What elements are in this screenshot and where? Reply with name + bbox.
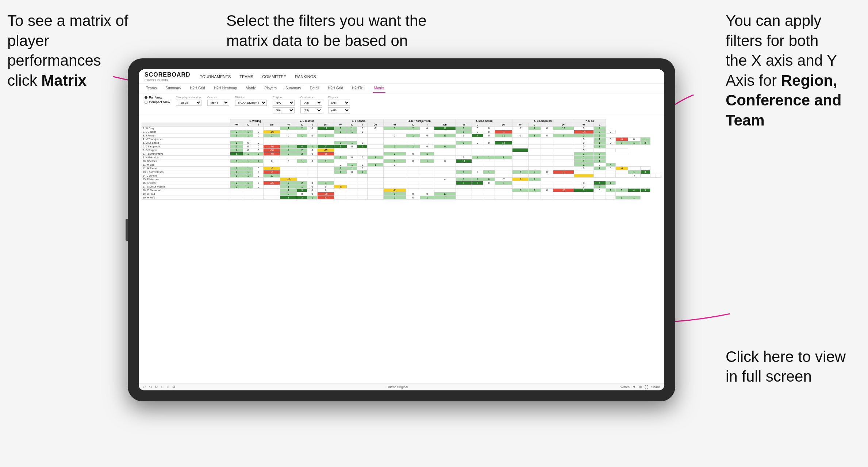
matrix-cell: 4 bbox=[472, 134, 483, 138]
undo-icon[interactable]: ↩ bbox=[143, 385, 146, 389]
col4-w: W bbox=[383, 123, 406, 127]
full-view-radio[interactable]: Full View bbox=[145, 96, 170, 99]
matrix-cell bbox=[347, 174, 357, 178]
refresh-icon[interactable]: ↻ bbox=[155, 385, 158, 389]
matrix-cell bbox=[553, 181, 574, 185]
subnav-summary2[interactable]: Summary bbox=[284, 84, 303, 93]
annotation-line2: player performances bbox=[7, 32, 101, 69]
matrix-cell: 0 bbox=[406, 196, 420, 200]
matrix-cell bbox=[553, 167, 574, 170]
matrix-cell: 1 bbox=[334, 156, 347, 159]
settings-icon[interactable]: ⚙ bbox=[172, 385, 176, 389]
matrix-cell bbox=[615, 148, 628, 152]
subnav-matrix-active[interactable]: Matrix bbox=[373, 84, 385, 93]
matrix-cell: 0 bbox=[574, 127, 594, 130]
region-select[interactable]: N/A bbox=[273, 100, 295, 106]
matrix-cell bbox=[615, 192, 628, 196]
max-players-select[interactable]: Top 25 bbox=[176, 100, 201, 106]
matrix-cell bbox=[528, 192, 541, 196]
matrix-cell: 0 bbox=[347, 145, 357, 148]
players-select[interactable]: (All) bbox=[328, 100, 350, 106]
division-select[interactable]: NCAA Division I bbox=[235, 100, 267, 106]
nav-tournaments[interactable]: TOURNAMENTS bbox=[199, 73, 232, 80]
matrix-cell: 1 bbox=[594, 167, 606, 170]
matrix-cell: 1 bbox=[347, 127, 357, 130]
matrix-cell: 1 bbox=[420, 196, 434, 200]
nav-teams[interactable]: TEAMS bbox=[239, 73, 254, 80]
matrix-cell: 1 bbox=[230, 134, 243, 138]
matrix-cell bbox=[420, 138, 434, 141]
player-name-cell: 1. W Ding bbox=[142, 127, 230, 130]
conference-select[interactable]: (All) bbox=[300, 100, 322, 106]
matrix-cell bbox=[420, 163, 434, 167]
subnav-teams[interactable]: Teams bbox=[145, 84, 158, 93]
grid-icon[interactable]: ⊞ bbox=[639, 385, 642, 389]
subnav-h2h-heatmap[interactable]: H2H Heatmap bbox=[212, 84, 238, 93]
matrix-cell: -24 bbox=[574, 130, 594, 134]
matrix-cell bbox=[406, 189, 420, 192]
share-label[interactable]: Share bbox=[651, 385, 660, 389]
matrix-cell bbox=[574, 174, 594, 178]
matrix-cell: 1 bbox=[334, 141, 347, 145]
matrix-cell bbox=[456, 145, 472, 148]
app-subtitle: Powered by clippd bbox=[145, 78, 191, 81]
matrix-cell bbox=[495, 170, 512, 174]
subnav-summary[interactable]: Summary bbox=[164, 84, 183, 93]
matrix-cell bbox=[406, 141, 420, 145]
matrix-cell: 0 bbox=[253, 130, 264, 134]
fullscreen-icon[interactable]: ⛶ bbox=[645, 385, 648, 389]
annotation-center-line2: matrix data to be based on bbox=[226, 32, 408, 49]
matrix-cell bbox=[606, 192, 615, 196]
matrix-cell: 2 bbox=[297, 181, 307, 185]
matrix-cell: 0 bbox=[420, 127, 434, 130]
matrix-cell bbox=[347, 192, 357, 196]
table-row: 11. M Ege01010104 bbox=[142, 163, 661, 167]
compact-view-radio[interactable]: Compact View bbox=[145, 100, 170, 104]
matrix-cell: 0 bbox=[357, 156, 368, 159]
matrix-cell: 1 bbox=[230, 174, 243, 178]
subnav-h2h-grid2[interactable]: H2H Grid bbox=[326, 84, 345, 93]
matrix-cell: 0 bbox=[483, 130, 495, 134]
matrix-cell: 2 bbox=[594, 152, 606, 156]
col3-w: W bbox=[334, 123, 347, 127]
watch-label[interactable]: Watch bbox=[621, 385, 630, 389]
matrix-cell: 1 bbox=[307, 196, 318, 200]
matrix-cell bbox=[541, 156, 553, 159]
region-select2[interactable]: N/A bbox=[273, 107, 295, 113]
matrix-cell: 1 bbox=[594, 145, 606, 148]
zoom-in-icon[interactable]: ⊕ bbox=[166, 385, 169, 389]
matrix-cell bbox=[650, 174, 656, 178]
matrix-cell: 0 bbox=[347, 170, 357, 174]
redo-icon[interactable]: ↪ bbox=[149, 385, 152, 389]
subnav-h2h-grid[interactable]: H2H Grid bbox=[188, 84, 207, 93]
subnav-players[interactable]: Players bbox=[263, 84, 278, 93]
gender-label: Gender bbox=[207, 96, 229, 99]
table-row: 13. J Skov Olesen110-3101101220-113 bbox=[142, 170, 661, 174]
subnav-h2htr[interactable]: H2HTr... bbox=[350, 84, 367, 93]
matrix-cell: 0 bbox=[472, 127, 483, 130]
matrix-cell bbox=[574, 196, 594, 200]
matrix-cell bbox=[368, 141, 383, 145]
conference-select2[interactable]: (All) bbox=[300, 107, 322, 113]
matrix-cell bbox=[420, 181, 434, 185]
matrix-cell bbox=[456, 196, 472, 200]
matrix-cell bbox=[483, 159, 495, 163]
nav-rankings[interactable]: RANKINGS bbox=[294, 73, 316, 80]
matrix-cell bbox=[334, 196, 347, 200]
players-select2[interactable]: (All) bbox=[328, 107, 350, 113]
matrix-cell: 17 bbox=[434, 127, 456, 130]
nav-committee[interactable]: COMMITTEE bbox=[261, 73, 287, 80]
matrix-cell bbox=[472, 189, 483, 192]
col-1-ding: 1. W Ding bbox=[230, 119, 280, 123]
matrix-cell bbox=[553, 152, 574, 156]
matrix-cell: 1 bbox=[594, 138, 606, 141]
matrix-cell bbox=[541, 138, 553, 141]
matrix-cell bbox=[318, 163, 334, 167]
player-name-cell: 19. D Ford bbox=[142, 192, 230, 196]
matrix-cell: 1 bbox=[528, 127, 541, 130]
zoom-out-icon[interactable]: ⊖ bbox=[161, 385, 164, 389]
subnav-detail[interactable]: Detail bbox=[308, 84, 321, 93]
matrix-cell: 0 bbox=[357, 141, 368, 145]
gender-select[interactable]: Men's bbox=[207, 100, 229, 106]
subnav-matrix[interactable]: Matrix bbox=[244, 84, 257, 93]
